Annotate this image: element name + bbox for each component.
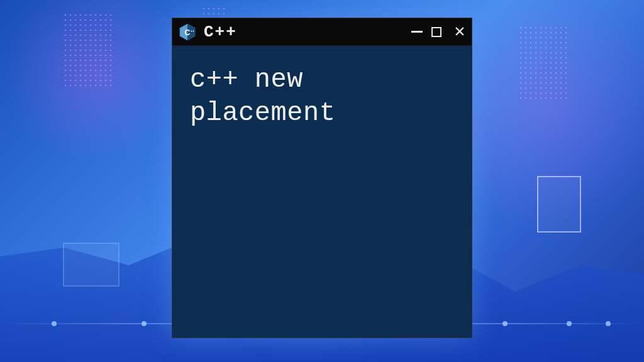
terminal-content: c++ new placement <box>190 63 454 129</box>
terminal-body[interactable]: c++ new placement <box>172 46 472 337</box>
close-button[interactable]: ✕ <box>453 23 467 41</box>
svg-text:C: C <box>185 28 191 36</box>
cpp-icon: C + + <box>177 22 197 42</box>
window-title: C++ <box>204 23 410 41</box>
svg-text:+: + <box>192 30 194 33</box>
terminal-window: C + + C++ ✕ c++ new placement <box>172 18 472 338</box>
window-controls: ✕ <box>410 23 467 41</box>
maximize-button[interactable] <box>431 27 445 37</box>
minimize-button[interactable] <box>410 31 424 33</box>
window-titlebar[interactable]: C + + C++ ✕ <box>172 18 472 46</box>
